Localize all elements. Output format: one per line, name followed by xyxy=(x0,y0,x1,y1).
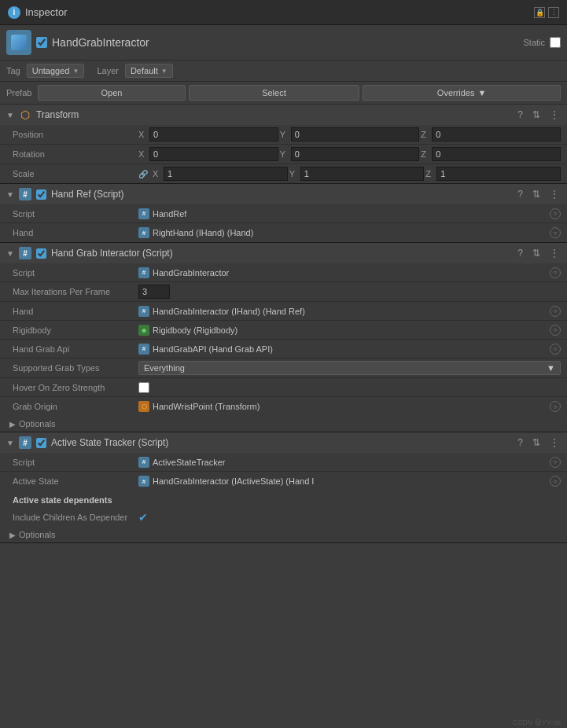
activestate-component: ▼ # Active State Tracker (Script) ? ⇅ ⋮ … xyxy=(0,432,567,543)
transform-fields: Position X Y Z xyxy=(0,125,567,183)
handref-hand-label: Hand xyxy=(13,228,138,237)
handgrab-title: Hand Grab Interactor (Script) xyxy=(51,248,511,259)
handgrab-hand-row: Hand # HandGrabInteractor (IHand) (Hand … xyxy=(0,302,567,321)
handref-script-row: Script # HandRef ○ xyxy=(0,204,567,223)
handgrab-script-ref-icon[interactable]: ○ xyxy=(550,267,561,278)
rotation-z-input[interactable] xyxy=(432,147,561,161)
tag-label: Tag xyxy=(6,66,20,75)
handgrab-maxiter-row: Max Iterations Per Frame xyxy=(0,282,567,302)
lock-button[interactable]: 🔒 xyxy=(534,7,545,18)
rotation-row: Rotation X Y Z xyxy=(0,145,567,164)
activestate-state-row: Active State # HandGrabInteractor (IActi… xyxy=(0,472,567,491)
handgrab-fields: Script # HandGrabInteractor ○ Max Iterat… xyxy=(0,263,567,416)
overrides-arrow-icon: ▼ xyxy=(478,88,487,97)
activestate-settings-button[interactable]: ⇅ xyxy=(531,437,542,448)
position-x-input[interactable] xyxy=(149,127,278,142)
handref-hand-row: Hand # RightHand (IHand) (Hand) ○ xyxy=(0,223,567,242)
transform-menu-button[interactable]: ⋮ xyxy=(548,109,561,120)
handgrab-grabtypes-dropdown[interactable]: Everything ▼ xyxy=(138,361,561,375)
activestate-script-ref-icon[interactable]: ○ xyxy=(550,457,561,468)
prefab-select-button[interactable]: Select xyxy=(189,85,360,101)
prefab-open-button[interactable]: Open xyxy=(38,85,185,101)
position-z-label: Z xyxy=(421,130,430,139)
rotation-label: Rotation xyxy=(13,149,138,159)
handref-title: Hand Ref (Script) xyxy=(51,189,511,200)
handref-enabled-checkbox[interactable] xyxy=(36,189,46,200)
handgrab-graborigin-ref-icon[interactable]: ○ xyxy=(550,401,561,412)
activestate-script-icon: # xyxy=(138,457,149,468)
static-checkbox[interactable] xyxy=(550,37,561,48)
handgrab-graborigin-name: HandWristPoint (Transform) xyxy=(153,402,260,411)
transform-component: ▼ ⬡ Transform ? ⇅ ⋮ Position X Y xyxy=(0,105,567,184)
activestate-fields: Script # ActiveStateTracker ○ Active Sta… xyxy=(0,453,567,491)
position-x-label: X xyxy=(138,130,148,139)
handgrab-optionals-label: Optionals xyxy=(19,419,55,428)
handgrab-api-name: HandGrabAPI (Hand Grab API) xyxy=(153,344,273,354)
scale-z-input[interactable] xyxy=(436,167,561,181)
handref-script-ref-icon[interactable]: ○ xyxy=(550,208,561,219)
layer-arrow-icon: ▼ xyxy=(161,68,168,75)
handgrab-graborigin-row: Grab Origin ⬡ HandWristPoint (Transform)… xyxy=(0,397,567,416)
handgrab-rigidbody-ref-icon[interactable]: ○ xyxy=(550,325,561,336)
activestate-enabled-checkbox[interactable] xyxy=(36,438,46,448)
activestate-menu-button[interactable]: ⋮ xyxy=(548,437,561,448)
handgrab-help-button[interactable]: ? xyxy=(516,248,525,259)
activestate-optionals-row[interactable]: ▶ Optionals xyxy=(0,527,567,542)
rotation-y-input[interactable] xyxy=(291,147,420,161)
prefab-label: Prefab xyxy=(6,88,31,97)
handref-menu-button[interactable]: ⋮ xyxy=(548,189,561,200)
handgrab-settings-button[interactable]: ⇅ xyxy=(531,248,542,259)
position-label: Position xyxy=(13,130,138,139)
handref-hand-ref-icon[interactable]: ○ xyxy=(550,227,561,238)
handgrab-header[interactable]: ▼ # Hand Grab Interactor (Script) ? ⇅ ⋮ xyxy=(0,243,567,263)
tag-dropdown[interactable]: Untagged ▼ xyxy=(27,64,85,78)
handref-settings-button[interactable]: ⇅ xyxy=(531,189,542,200)
handgrab-menu-button[interactable]: ⋮ xyxy=(548,248,561,259)
scale-lock-icon: 🔗 xyxy=(138,170,148,178)
rotation-z-label: Z xyxy=(421,149,430,159)
layer-dropdown[interactable]: Default ▼ xyxy=(125,64,173,78)
handgrab-hand-label: Hand xyxy=(13,307,138,316)
handref-header[interactable]: ▼ # Hand Ref (Script) ? ⇅ ⋮ xyxy=(0,184,567,204)
handgrab-maxiter-input[interactable] xyxy=(138,285,170,299)
rotation-y-label: Y xyxy=(280,149,289,159)
activestate-header[interactable]: ▼ # Active State Tracker (Script) ? ⇅ ⋮ xyxy=(0,432,567,453)
handgrab-maxiter-label: Max Iterations Per Frame xyxy=(13,287,138,296)
scale-row: Scale 🔗 X Y Z xyxy=(0,164,567,183)
transform-header[interactable]: ▼ ⬡ Transform ? ⇅ ⋮ xyxy=(0,105,567,125)
activestate-state-ref-icon[interactable]: ○ xyxy=(550,476,561,487)
handgrab-api-label: Hand Grab Api xyxy=(13,344,138,354)
transform-help-button[interactable]: ? xyxy=(516,109,525,120)
handgrab-hover-label: Hover On Zero Strength xyxy=(13,383,138,392)
handgrab-graborigin-label: Grab Origin xyxy=(13,402,138,411)
gameobject-name: HandGrabInteractor xyxy=(52,36,518,49)
activestate-help-button[interactable]: ? xyxy=(516,437,525,448)
prefab-overrides-button[interactable]: Overrides ▼ xyxy=(363,85,561,101)
scale-y-input[interactable] xyxy=(300,167,425,181)
position-y-input[interactable] xyxy=(291,127,420,142)
title-controls: 🔒 ⋮ xyxy=(534,7,559,18)
activestate-dependents-header: Active state dependents xyxy=(0,491,567,508)
transform-settings-button[interactable]: ⇅ xyxy=(531,109,542,120)
handgrab-hand-ref-icon[interactable]: ○ xyxy=(550,306,561,317)
handref-help-button[interactable]: ? xyxy=(516,189,525,200)
tag-arrow-icon: ▼ xyxy=(72,68,79,75)
handref-script-icon: # xyxy=(138,208,149,219)
scale-x-input[interactable] xyxy=(164,167,288,181)
transform-collapse-icon: ▼ xyxy=(6,111,14,119)
scale-x-label: X xyxy=(153,169,162,178)
handgrab-enabled-checkbox[interactable] xyxy=(36,248,46,259)
handgrab-optionals-row[interactable]: ▶ Optionals xyxy=(0,416,567,432)
prefab-row: Prefab Open Select Overrides ▼ xyxy=(0,82,567,105)
gameobject-icon xyxy=(6,30,31,55)
rotation-x-label: X xyxy=(138,149,148,159)
handgrab-api-ref-icon[interactable]: ○ xyxy=(550,344,561,355)
rotation-x-input[interactable] xyxy=(149,147,278,161)
handgrab-optionals-arrow-icon: ▶ xyxy=(9,420,16,428)
position-z-input[interactable] xyxy=(432,127,561,142)
menu-button[interactable]: ⋮ xyxy=(548,7,559,18)
handref-component: ▼ # Hand Ref (Script) ? ⇅ ⋮ Script # Han… xyxy=(0,184,567,243)
gameobject-active-checkbox[interactable] xyxy=(36,37,47,48)
handgrab-hover-checkbox[interactable] xyxy=(138,382,149,393)
handgrab-rigidbody-row: Rigidbody ● Rigidbody (Rigidbody) ○ xyxy=(0,321,567,340)
